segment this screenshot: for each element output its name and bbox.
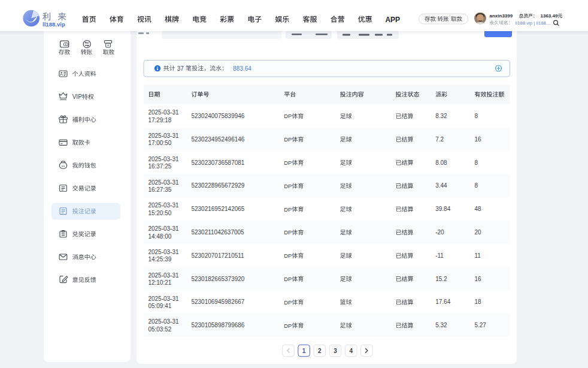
- svg-text:05:09:41: 05:09:41: [148, 303, 171, 309]
- svg-text:12:10:21: 12:10:21: [148, 279, 171, 286]
- svg-text:5230207017210511: 5230207017210511: [191, 252, 244, 259]
- svg-text:5230182665373920: 5230182665373920: [191, 276, 244, 282]
- svg-text:2: 2: [318, 348, 322, 354]
- svg-text:2025-03-31: 2025-03-31: [148, 225, 179, 232]
- svg-text:11: 11: [474, 252, 481, 259]
- svg-text:05:03:52: 05:03:52: [148, 326, 171, 333]
- svg-text:5230211042637005: 5230211042637005: [191, 229, 244, 236]
- svg-text:5230105898799686: 5230105898799686: [191, 322, 244, 328]
- svg-text:DP: DP: [284, 113, 292, 119]
- svg-text:5.32: 5.32: [435, 322, 447, 328]
- svg-text:8: 8: [474, 182, 478, 189]
- svg-text:2025-03-31: 2025-03-31: [148, 179, 179, 186]
- svg-text:48: 48: [474, 206, 481, 212]
- svg-text:20: 20: [474, 229, 481, 236]
- svg-text:16: 16: [474, 136, 481, 143]
- svg-text:8: 8: [474, 113, 478, 119]
- svg-text:1: 1: [302, 348, 306, 354]
- svg-text:5.27: 5.27: [474, 322, 486, 328]
- svg-text:39.84: 39.84: [435, 206, 450, 212]
- svg-text:5230106945982667: 5230106945982667: [191, 298, 244, 305]
- svg-text:8.08: 8.08: [435, 159, 447, 166]
- svg-text:5230228965672929: 5230228965672929: [191, 182, 244, 189]
- svg-text:VIP: VIP: [72, 93, 82, 100]
- svg-text:anxin3399: anxin3399: [490, 13, 513, 19]
- svg-text:-11: -11: [435, 252, 444, 259]
- svg-text:5230230736587081: 5230230736587081: [191, 159, 244, 166]
- svg-text:APP: APP: [385, 16, 400, 24]
- svg-text:4: 4: [349, 348, 353, 354]
- svg-text:17:29:18: 17:29:18: [148, 117, 171, 123]
- svg-text:37: 37: [177, 65, 184, 72]
- svg-text:ll188.vip: ll188.vip: [43, 21, 65, 28]
- svg-text:5230240075839946: 5230240075839946: [191, 113, 244, 119]
- svg-text:18: 18: [474, 298, 481, 305]
- svg-text:16:37:25: 16:37:25: [148, 163, 171, 170]
- svg-text:17.64: 17.64: [435, 298, 450, 305]
- svg-text:16: 16: [474, 276, 481, 282]
- svg-text:7.2: 7.2: [435, 136, 444, 143]
- svg-text:2025-03-31: 2025-03-31: [148, 318, 179, 325]
- svg-text:DP: DP: [284, 136, 292, 143]
- svg-text:2025-03-31: 2025-03-31: [148, 272, 179, 279]
- svg-text:1363.49: 1363.49: [541, 13, 558, 19]
- svg-text:3.44: 3.44: [435, 182, 447, 189]
- svg-text:DP: DP: [284, 252, 292, 259]
- svg-text:8: 8: [474, 159, 478, 166]
- svg-text:15.2: 15.2: [435, 276, 447, 282]
- svg-text:DP: DP: [284, 322, 292, 329]
- svg-text:-20: -20: [435, 229, 444, 236]
- svg-text:3: 3: [334, 348, 337, 354]
- svg-text:2025-03-31: 2025-03-31: [148, 109, 179, 116]
- svg-text:DP: DP: [284, 183, 292, 189]
- svg-text:2025-03-31: 2025-03-31: [148, 295, 179, 302]
- svg-text:DP: DP: [284, 276, 292, 282]
- svg-text:5230234952496146: 5230234952496146: [191, 136, 244, 143]
- svg-text:17:00:50: 17:00:50: [148, 140, 171, 146]
- svg-text:8.32: 8.32: [435, 113, 447, 119]
- svg-text:16:27:35: 16:27:35: [148, 186, 171, 193]
- svg-text:14:25:39: 14:25:39: [148, 256, 171, 263]
- svg-text:ll188.vip | ll188....: ll188.vip | ll188....: [516, 20, 551, 26]
- svg-text:14:48:00: 14:48:00: [148, 233, 171, 240]
- svg-text:15:20:50: 15:20:50: [148, 210, 171, 216]
- svg-text:2025-03-31: 2025-03-31: [148, 202, 179, 209]
- svg-text:883.64: 883.64: [233, 65, 251, 72]
- svg-text:DP: DP: [284, 299, 292, 306]
- svg-text:2025-03-31: 2025-03-31: [148, 249, 179, 255]
- svg-text:DP: DP: [284, 229, 292, 236]
- svg-text:DP: DP: [284, 159, 292, 166]
- svg-text:2025-03-31: 2025-03-31: [148, 156, 179, 162]
- svg-text:5230216952142065: 5230216952142065: [191, 206, 244, 212]
- svg-text:2025-03-31: 2025-03-31: [148, 132, 179, 139]
- svg-text:DP: DP: [284, 206, 292, 213]
